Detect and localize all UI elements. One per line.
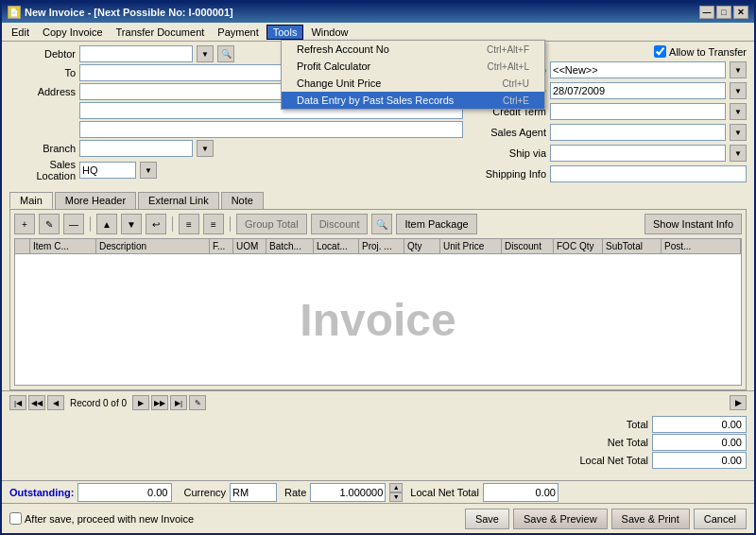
tab-external-link[interactable]: External Link xyxy=(138,192,219,209)
ship-via-row: Ship via ▼ xyxy=(471,145,747,162)
sales-location-dropdown-btn[interactable]: ▼ xyxy=(140,162,157,179)
outstanding-input xyxy=(77,483,172,502)
outstanding-row: Outstanding: Currency Rate ▲ ▼ Local Net… xyxy=(2,480,754,503)
credit-term-dropdown[interactable]: ▼ xyxy=(730,103,747,120)
branch-row: Branch ▼ xyxy=(9,140,463,157)
menu-window[interactable]: Window xyxy=(305,26,353,39)
tab-more-header[interactable]: More Header xyxy=(55,192,136,209)
debtor-input[interactable] xyxy=(79,45,193,62)
nav-first-btn[interactable]: |◀ xyxy=(9,395,26,410)
save-preview-button[interactable]: Save & Preview xyxy=(513,509,608,529)
nav-next-btn[interactable]: ▶ xyxy=(132,395,149,410)
tools-dropdown-menu: Refresh Account No Ctrl+Alt+F Profit Cal… xyxy=(281,40,545,110)
menu-change-unit-price[interactable]: Change Unit Price Ctrl+U xyxy=(282,75,544,92)
col-uom: UOM xyxy=(233,239,266,253)
branch-dropdown-btn[interactable]: ▼ xyxy=(197,140,214,157)
delete-row-btn[interactable]: — xyxy=(63,214,84,234)
list-btn-2[interactable]: ≡ xyxy=(203,214,224,234)
tab-note[interactable]: Note xyxy=(221,192,264,209)
tabs-area: Main More Header External Link Note + ✎ … xyxy=(2,188,754,390)
toolbar-sep2 xyxy=(172,216,173,232)
shipping-info-row: Shipping Info xyxy=(471,165,747,182)
currency-input[interactable] xyxy=(230,483,277,502)
allow-transfer-checkbox-row: Allow to Transfer xyxy=(654,45,747,58)
debtor-dropdown-btn[interactable]: ▼ xyxy=(197,45,214,62)
tab-strip: Main More Header External Link Note xyxy=(9,192,747,209)
shipping-info-label: Shipping Info xyxy=(471,168,546,180)
group-total-btn: Group Total xyxy=(236,214,307,234)
col-checkbox xyxy=(15,239,30,253)
date-dropdown[interactable]: ▼ xyxy=(730,82,747,99)
rate-down-btn[interactable]: ▼ xyxy=(389,492,403,502)
sales-agent-dropdown[interactable]: ▼ xyxy=(730,124,747,141)
local-net-total-value xyxy=(652,452,747,469)
totals-area: Total Net Total Local Net Total xyxy=(2,414,754,471)
rate-up-btn[interactable]: ▲ xyxy=(389,483,403,492)
col-subtotal: SubTotal xyxy=(603,239,662,253)
edit-row-btn[interactable]: ✎ xyxy=(39,214,60,234)
date-input[interactable] xyxy=(550,82,726,99)
minimize-button[interactable]: — xyxy=(699,6,714,19)
after-save-label: After save, proceed with new Invoice xyxy=(25,513,194,525)
ship-via-input[interactable] xyxy=(550,145,726,162)
nav-prev-btn[interactable]: ◀ xyxy=(47,395,64,410)
nav-next-multi-btn[interactable]: ▶▶ xyxy=(151,395,168,410)
item-package-btn[interactable]: Item Package xyxy=(396,214,476,234)
toolbar-row: + ✎ — ▲ ▼ ↩ ≡ ≡ Group Total Discount 🔍 I… xyxy=(14,214,742,234)
menu-tools[interactable]: Tools xyxy=(266,25,304,40)
net-total-row: Net Total xyxy=(573,434,747,451)
debtor-search-btn[interactable]: 🔍 xyxy=(217,45,234,62)
credit-term-input[interactable] xyxy=(550,103,726,120)
sales-location-input[interactable] xyxy=(79,162,136,179)
col-qty: Qty xyxy=(404,239,440,253)
rate-input[interactable] xyxy=(310,483,386,502)
undo-btn[interactable]: ↩ xyxy=(146,214,166,234)
menu-transfer-document[interactable]: Transfer Document xyxy=(111,26,211,39)
local-net-total-footer-label: Local Net Total xyxy=(410,487,479,498)
menu-data-entry[interactable]: Data Entry by Past Sales Records Ctrl+E xyxy=(282,92,544,109)
branch-input[interactable] xyxy=(79,140,193,157)
main-window: 📄 New Invoice - [Next Possible No: I-000… xyxy=(0,0,756,535)
discount-btn: Discount xyxy=(311,214,369,234)
menu-edit[interactable]: Edit xyxy=(6,26,35,39)
close-button[interactable]: ✕ xyxy=(733,6,748,19)
ship-via-dropdown[interactable]: ▼ xyxy=(730,145,747,162)
total-row: Total xyxy=(573,416,747,433)
maximize-button[interactable]: □ xyxy=(716,6,731,19)
tab-main[interactable]: Main xyxy=(9,192,53,209)
add-row-btn[interactable]: + xyxy=(14,214,35,234)
toolbar-sep1 xyxy=(90,216,91,232)
menu-payment[interactable]: Payment xyxy=(212,26,264,39)
nav-prev-multi-btn[interactable]: ◀◀ xyxy=(28,395,45,410)
search-btn[interactable]: 🔍 xyxy=(371,214,392,234)
menu-refresh-account[interactable]: Refresh Account No Ctrl+Alt+F xyxy=(282,41,544,58)
move-up-btn[interactable]: ▲ xyxy=(96,214,117,234)
shipping-info-input[interactable] xyxy=(550,165,747,182)
branch-label: Branch xyxy=(9,143,76,154)
invoice-no-input[interactable] xyxy=(550,61,726,78)
nav-scroll-right[interactable]: ▶ xyxy=(730,395,747,410)
sales-agent-input[interactable] xyxy=(550,124,726,141)
total-label: Total xyxy=(573,419,648,430)
cancel-button[interactable]: Cancel xyxy=(694,509,747,529)
menu-profit-calculator[interactable]: Profit Calculator Ctrl+Alt+L xyxy=(282,58,544,75)
title-bar-left: 📄 New Invoice - [Next Possible No: I-000… xyxy=(8,6,233,19)
address-input-3[interactable] xyxy=(79,121,463,138)
rate-spinner: ▲ ▼ xyxy=(389,483,403,502)
invoice-no-dropdown[interactable]: ▼ xyxy=(730,61,747,78)
after-save-checkbox[interactable] xyxy=(9,512,22,525)
save-button[interactable]: Save xyxy=(465,509,509,529)
net-total-value xyxy=(652,434,747,451)
toolbar-sep3 xyxy=(230,216,231,232)
show-instant-info-btn[interactable]: Show Instant Info xyxy=(644,214,742,234)
move-down-btn[interactable]: ▼ xyxy=(121,214,142,234)
save-print-button[interactable]: Save & Print xyxy=(611,509,690,529)
sales-agent-label: Sales Agent xyxy=(471,127,546,138)
col-foc-qty: FOC Qty xyxy=(554,239,603,253)
nav-last-btn[interactable]: ▶| xyxy=(170,395,187,410)
nav-edit-btn[interactable]: ✎ xyxy=(189,395,206,410)
menu-copy-invoice[interactable]: Copy Invoice xyxy=(37,26,109,39)
col-unit-price: Unit Price xyxy=(440,239,502,253)
list-btn-1[interactable]: ≡ xyxy=(179,214,199,234)
allow-transfer-checkbox[interactable] xyxy=(654,45,666,58)
